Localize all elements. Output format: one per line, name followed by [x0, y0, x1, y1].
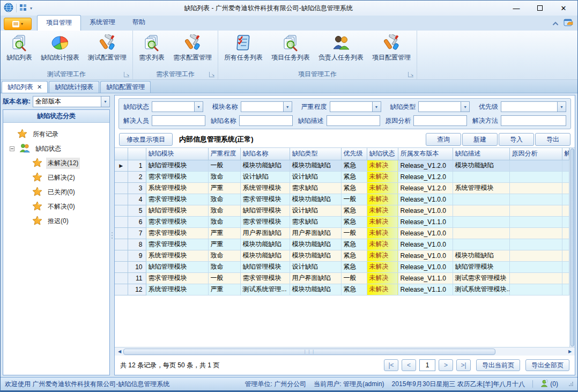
chevron-down-icon[interactable]: ▼ [101, 97, 109, 107]
cause-analysis-input[interactable] [413, 115, 467, 126]
column-header-name[interactable]: 缺陷名称 [240, 148, 290, 160]
chevron-down-icon[interactable]: ▼ [557, 102, 566, 112]
import-button[interactable]: 导入 [499, 133, 534, 146]
maximize-button[interactable] [528, 1, 552, 15]
priority-dropdown[interactable]: ▼ [501, 101, 566, 112]
module-name-dropdown[interactable]: ▼ [241, 101, 292, 112]
prev-page-button[interactable]: < [402, 359, 416, 371]
horizontal-scrollbar-thumb[interactable]: ❘❘❘ [123, 349, 495, 355]
table-row[interactable]: 2需求管理模块致命设计缺陷设计缺陷紧急未解决Release_V1.2.0 [115, 171, 569, 182]
column-header-module[interactable]: 缺陷模块 [146, 148, 208, 160]
defect-name-input[interactable] [239, 115, 293, 126]
first-page-button[interactable]: |< [384, 359, 398, 371]
ribbon-button-project-tasks[interactable]: 项目任务列表 [268, 32, 314, 69]
table-row[interactable]: 5缺陷管理模块致命缺陷管理模块设计缺陷紧急未解决Release_V1.0.0 [115, 205, 569, 216]
severity-dropdown[interactable]: ▼ [330, 101, 381, 112]
dialog-launcher-icon[interactable]: ↘ [124, 72, 129, 77]
chevron-down-icon[interactable]: ▼ [194, 102, 203, 112]
defect-status-dropdown[interactable]: ▼ [152, 101, 203, 112]
export-all-pages-button[interactable]: 导出全部页 [525, 359, 569, 371]
sidebar-splitter[interactable] [110, 95, 114, 375]
version-combobox[interactable]: 全部版本 ▼ [33, 96, 110, 107]
modify-display-items-button[interactable]: 修改显示项目 [119, 133, 173, 146]
document-tab-defect-config[interactable]: 缺陷配置管理 [100, 81, 151, 93]
table-row[interactable]: 4需求管理模块致命需求管理模块模块功能缺陷一般未解决Release_V1.0.0 [115, 194, 569, 205]
star-icon [32, 201, 42, 212]
column-header-priority[interactable]: 优先级 [341, 148, 367, 160]
table-row[interactable]: 7需求管理模块严重用户界面缺陷用户界面缺陷一般未解决Release_V1.0.0 [115, 227, 569, 239]
scroll-right-arrow-icon[interactable]: ▶ [566, 349, 574, 354]
horizontal-scrollbar[interactable]: ◀ ❘❘❘ ▶ [115, 347, 575, 356]
ribbon-button-test-config[interactable]: 测试配置管理 [84, 32, 130, 69]
doc-search-icon [10, 34, 28, 52]
ribbon-button-project-config[interactable]: 项目配置管理 [368, 32, 414, 69]
tree-item-all-records[interactable]: 所有记录 [3, 127, 109, 142]
table-row[interactable]: 12系统管理模块严重测试系统管理...模块功能缺陷紧急未解决Release_V1… [115, 284, 569, 295]
tree-item-unresolved[interactable]: 未解决(12) [3, 156, 109, 171]
dropdown-value [501, 102, 557, 112]
defect-desc-input[interactable] [327, 115, 380, 126]
dialog-launcher-icon[interactable]: ↘ [209, 72, 214, 77]
table-row[interactable]: ▶1缺陷管理模块一般模块功能缺陷模块功能缺陷紧急未解决Release_V1.2.… [115, 160, 569, 171]
ribbon-tab-system-management[interactable]: 系统管理 [81, 15, 124, 31]
ribbon-button-requirement-list[interactable]: 需求列表 [135, 32, 168, 69]
export-button[interactable]: 导出 [535, 133, 570, 146]
quick-access-grid-icon[interactable] [19, 4, 27, 13]
chevron-down-icon[interactable]: ▼ [283, 102, 292, 112]
column-header-severity[interactable]: 严重程度 [208, 148, 240, 160]
table-row[interactable]: 6需求管理模块致命需求管理模块需求缺陷紧急未解决Release_V1.1.0 [115, 216, 569, 227]
ribbon-tab-project-management[interactable]: 项目管理 [37, 15, 81, 31]
last-page-button[interactable]: >| [456, 359, 471, 371]
tree-item-resolved[interactable]: 已解决(2) [3, 171, 109, 185]
query-button[interactable]: 查询 [426, 133, 461, 146]
column-header-release-version[interactable]: 所属发布版本 [398, 148, 453, 160]
scroll-left-arrow-icon[interactable]: ◀ [116, 349, 123, 354]
page-number-input[interactable] [419, 359, 435, 371]
next-page-button[interactable]: > [439, 359, 453, 371]
ribbon-button-owner-tasks[interactable]: 负责人任务列表 [315, 32, 367, 69]
column-header-description[interactable]: 缺陷描述 [453, 148, 509, 160]
tree-item-postponed[interactable]: 推迟(0) [3, 214, 109, 228]
column-header-status[interactable]: 缺陷状态 [367, 148, 398, 160]
minimize-button[interactable]: — [505, 1, 528, 15]
table-row[interactable]: 10缺陷管理模块致命缺陷管理模块设计缺陷紧急未解决Release_V1.0.0缺… [115, 261, 569, 272]
application-menu-button[interactable]: ▾ [4, 18, 32, 30]
table-row[interactable]: 9系统管理模块致命模块功能缺陷模块功能缺陷紧急未解决Release_V1.0.0… [115, 250, 569, 261]
column-header-type[interactable]: 缺陷类型 [290, 148, 341, 160]
chevron-down-icon[interactable]: ▼ [372, 102, 381, 112]
new-button[interactable]: 新建 [462, 133, 498, 146]
table-row[interactable]: 11需求管理模块一般需求管理模块用户界面缺陷一般未解决Release_V1.1.… [115, 272, 569, 284]
ribbon-button-defect-list[interactable]: 缺陷列表 [3, 32, 36, 69]
export-current-page-button[interactable]: 导出当前页 [476, 359, 520, 371]
tree-collapse-icon[interactable] [10, 146, 14, 151]
ribbon-button-defect-stats-report[interactable]: 缺陷统计报表 [37, 32, 83, 69]
defect-type-dropdown[interactable]: ▼ [418, 101, 470, 112]
column-header-solution[interactable]: 解决方法 [562, 148, 569, 160]
vertical-scrollbar-thumb[interactable] [570, 149, 574, 346]
help-about-icon[interactable] [564, 18, 573, 28]
solution-input[interactable] [501, 115, 566, 126]
ribbon-collapse-chevron-icon[interactable] [552, 20, 559, 27]
close-button[interactable]: ✕ [552, 1, 575, 15]
column-header-analysis[interactable]: 原因分析 [509, 148, 562, 160]
document-tab-defect-stats-report[interactable]: 缺陷统计报表 [49, 81, 99, 93]
tree-item-defect-status[interactable]: 缺陷状态 [3, 142, 109, 156]
table-row[interactable]: 8需求管理模块严重模块功能缺陷模块功能缺陷紧急未解决Release_V1.0.0 [115, 239, 569, 250]
row-number: 7 [128, 227, 146, 239]
table-row[interactable]: 3系统管理模块严重系统管理模块需求缺陷紧急未解决Release_V1.2.0系统… [115, 182, 569, 194]
resize-grip[interactable] [569, 382, 573, 386]
document-tab-defect-list[interactable]: 缺陷列表✕ [2, 81, 48, 93]
resolver-input[interactable] [152, 115, 205, 126]
vertical-scrollbar[interactable] [569, 148, 575, 347]
chevron-down-icon[interactable]: ▼ [461, 102, 469, 112]
tree-item-closed[interactable]: 已关闭(0) [3, 185, 109, 199]
ribbon-tab-help[interactable]: 帮助 [124, 15, 154, 31]
ribbon-button-requirement-config[interactable]: 需求配置管理 [169, 32, 216, 69]
tree-item-wontfix[interactable]: 不解决(0) [3, 199, 109, 214]
online-user-icon[interactable] [540, 380, 548, 389]
dialog-launcher-icon[interactable]: ↘ [408, 72, 413, 77]
ribbon-button-all-tasks[interactable]: 所有任务列表 [220, 32, 266, 69]
message-count[interactable]: (0) [550, 380, 558, 388]
tab-close-icon[interactable]: ✕ [37, 84, 42, 91]
tools-icon [183, 34, 202, 52]
